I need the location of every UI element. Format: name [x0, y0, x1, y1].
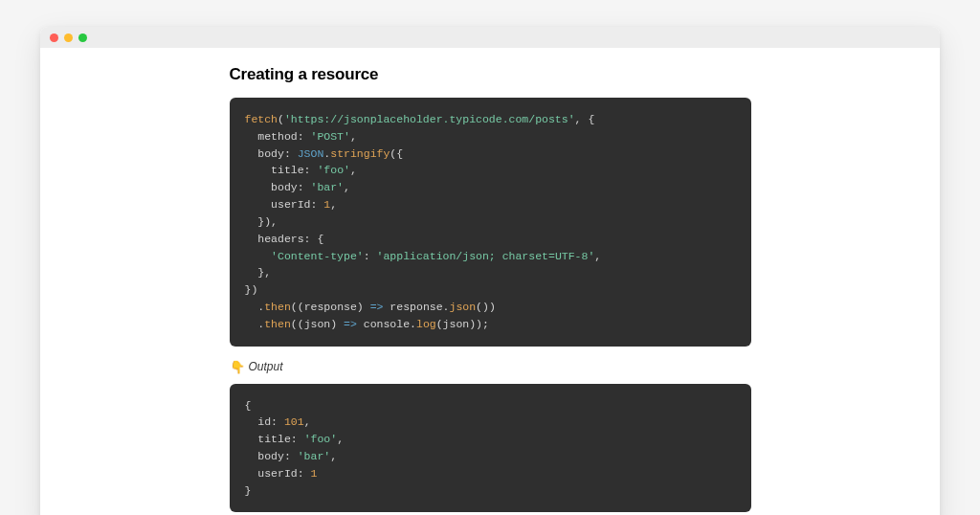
code-token: fetch [245, 113, 278, 125]
code-token: log [416, 318, 436, 330]
code-token: 'foo' [317, 164, 350, 176]
page-content: Creating a resource fetch('https://jsonp… [40, 48, 940, 515]
code-token: }, [245, 266, 272, 279]
section-heading: Creating a resource [230, 65, 751, 84]
code-token: ((response) [291, 301, 370, 313]
code-token: }), [245, 215, 278, 228]
code-token: , [330, 198, 337, 211]
code-token: 101 [284, 415, 304, 428]
code-token: json [449, 301, 476, 313]
code-token: , [337, 433, 344, 445]
code-token: response. [383, 301, 449, 313]
code-token: 'Content-type' [271, 250, 364, 262]
code-token: , [330, 450, 337, 462]
code-token: body: [245, 147, 298, 160]
code-token: userId: [245, 467, 311, 480]
code-token: userId: [245, 198, 324, 211]
code-token: . [245, 301, 265, 313]
code-token: ()) [476, 301, 496, 313]
window-titlebar [40, 27, 940, 48]
code-token: ({ [390, 147, 403, 160]
code-token: 'bar' [298, 450, 331, 462]
code-token: . [245, 318, 265, 330]
code-token: 'https://jsonplaceholder.typicode.com/po… [284, 113, 575, 125]
minimize-icon[interactable] [64, 34, 73, 42]
point-down-icon: 👇 [230, 360, 245, 374]
code-token: { [245, 399, 252, 412]
code-token: }) [245, 283, 258, 296]
code-token: console. [357, 318, 416, 330]
code-token: 1 [311, 467, 318, 480]
code-token: id: [245, 415, 284, 428]
code-token: 'application/json; charset=UTF-8' [377, 250, 595, 262]
code-token: JSON [298, 147, 324, 160]
code-token: stringify [330, 147, 390, 160]
code-token [245, 250, 272, 262]
code-token: (json)); [436, 318, 489, 330]
code-token: then [264, 318, 291, 330]
code-token: } [245, 484, 252, 497]
code-token: body: [245, 450, 298, 462]
output-label-text: Output [249, 360, 283, 373]
code-token: 'bar' [311, 181, 345, 193]
code-token: title: [245, 433, 304, 445]
code-token: , [594, 250, 601, 262]
code-token: => [344, 318, 357, 330]
browser-window: Creating a resource fetch('https://jsonp… [40, 27, 940, 515]
output-label: 👇 Output [230, 360, 751, 374]
request-code-block: fetch('https://jsonplaceholder.typicode.… [230, 98, 751, 347]
code-token: , [350, 130, 357, 143]
maximize-icon[interactable] [78, 34, 87, 42]
code-token: ( [278, 113, 284, 125]
code-token: headers: { [245, 233, 324, 245]
code-token: ((json) [291, 318, 344, 330]
code-token: , [344, 181, 350, 193]
code-token: , { [575, 113, 595, 125]
code-token: : [364, 250, 377, 262]
code-token: title: [245, 164, 318, 176]
close-icon[interactable] [50, 34, 58, 42]
code-token: , [304, 415, 311, 428]
code-token: then [264, 301, 291, 313]
code-token: 'POST' [311, 130, 350, 143]
code-token: body: [245, 181, 311, 193]
response-code-block: { id: 101, title: 'foo', body: 'bar', us… [230, 384, 751, 513]
code-token: , [350, 164, 357, 176]
code-token: method: [245, 130, 311, 143]
code-token: => [370, 301, 384, 313]
code-token: 'foo' [304, 433, 338, 445]
